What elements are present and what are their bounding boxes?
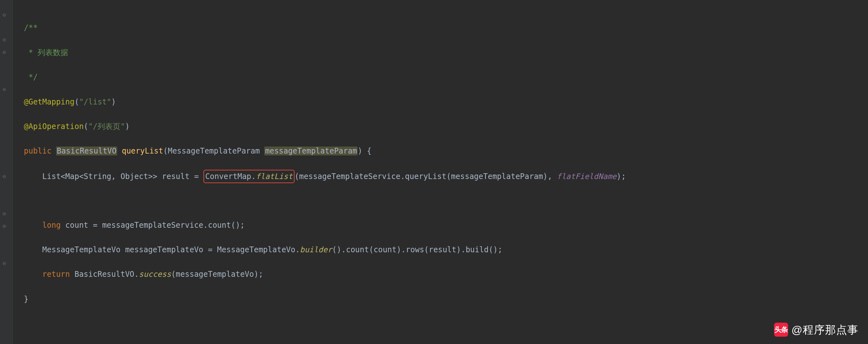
code-text: count = messageTemplateService.count();: [61, 221, 245, 230]
fold-mark-icon[interactable]: ⊖: [3, 10, 6, 20]
static-method: flatList: [256, 172, 292, 181]
watermark-handle: @程序那点事: [791, 321, 859, 338]
return-type: BasicResultVO: [56, 147, 117, 155]
watermark: 头条 @程序那点事: [774, 321, 859, 338]
keyword-return: return: [42, 270, 70, 279]
keyword-public: public: [24, 147, 52, 155]
param-type: MessageTemplateParam: [168, 147, 260, 155]
code-text: MessageTemplateVo messageTemplateVo = Me…: [42, 245, 300, 254]
keyword-long: long: [42, 221, 61, 230]
fold-mark-icon[interactable]: ⊖: [3, 35, 6, 44]
fold-mark-icon[interactable]: ⊖: [3, 172, 6, 181]
fold-mark-icon[interactable]: ⊖: [3, 222, 6, 231]
builder-method: builder: [300, 245, 332, 254]
fold-mark-icon[interactable]: ⊖: [3, 209, 6, 219]
method-name: queryList: [122, 147, 163, 155]
highlight-box-flatlist: ConvertMap.flatList: [204, 170, 295, 183]
fold-mark-icon[interactable]: ⊖: [3, 48, 6, 57]
annotation-apioperation: @ApiOperation: [24, 122, 84, 131]
method-args: messageTemplateService.queryList(message…: [299, 172, 557, 181]
javadoc-open: /**: [24, 23, 38, 32]
fold-mark-icon[interactable]: ⊖: [3, 85, 6, 94]
string-literal: "/list": [79, 97, 111, 106]
static-method: success: [139, 270, 171, 279]
fold-mark-icon[interactable]: ⊖: [3, 259, 6, 268]
field-ref: flatFieldName: [557, 172, 617, 181]
editor-gutter: ⊖ ⊖ ⊖ ⊖ ⊖ ⊖ ⊖ ⊖: [0, 0, 13, 344]
javadoc-close: */: [24, 73, 38, 82]
var-type: List<Map<String, Object>>: [42, 172, 157, 181]
javadoc-body: * 列表数据: [24, 48, 68, 57]
param-name: messageTemplateParam: [264, 147, 358, 155]
toutiao-logo-icon: 头条: [774, 323, 788, 337]
code-editor[interactable]: /** * 列表数据 */ @GetMapping("/list") @ApiO…: [0, 0, 868, 344]
annotation-getmapping: @GetMapping: [24, 97, 74, 106]
close-brace: }: [24, 294, 28, 304]
string-literal: "/列表页": [88, 122, 125, 131]
